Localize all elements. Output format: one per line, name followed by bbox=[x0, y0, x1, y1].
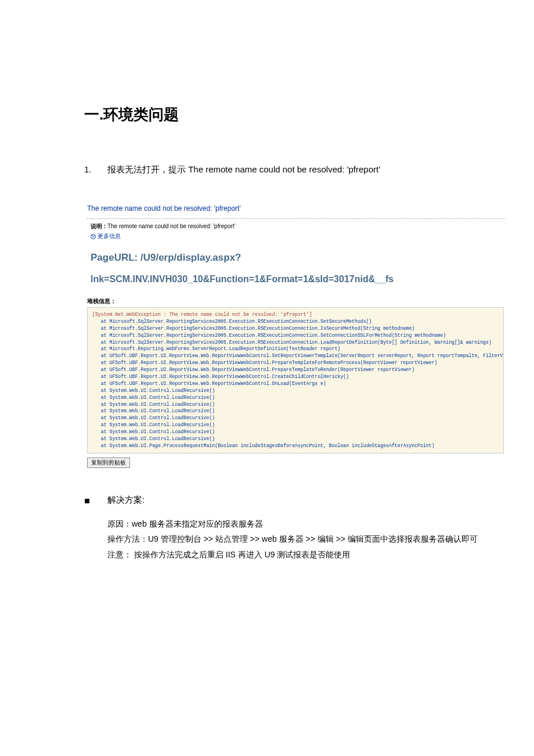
solution-note: 注意： 按操作方法完成之后重启 IIS 再进入 U9 测试报表是否能使用 bbox=[107, 547, 499, 563]
copy-to-clipboard-button[interactable]: 复制到剪贴板 bbox=[87, 458, 130, 468]
error-description-row: 说明 : The remote name could not be resolv… bbox=[91, 222, 505, 231]
desc-label: 说明 : bbox=[91, 223, 106, 229]
solution-reason: 原因：web 服务器未指定对应的报表服务器 bbox=[107, 516, 499, 532]
item-text: 报表无法打开，提示 The remote name could not be r… bbox=[107, 164, 380, 175]
square-bullet-icon: ◼ bbox=[84, 496, 107, 505]
stack-trace-box: [System.Net.WebException : The remote na… bbox=[87, 307, 504, 453]
solution-label: 解决方案: bbox=[107, 495, 145, 506]
desc-text: The remote name could not be resolved: '… bbox=[106, 223, 235, 229]
embedded-screenshot: The remote name could not be resolved: '… bbox=[87, 203, 505, 468]
doc-heading: 一.环境类问题 bbox=[84, 105, 499, 125]
solution-method: 操作方法：U9 管理控制台 >> 站点管理 >> web 服务器 >> 编辑 >… bbox=[107, 531, 499, 547]
more-info-link[interactable]: v 更多信息 bbox=[91, 232, 505, 240]
stack-top-line: [System.Net.WebException : The remote na… bbox=[92, 312, 312, 317]
divider bbox=[87, 218, 505, 219]
problem-item: 1. 报表无法打开，提示 The remote name could not b… bbox=[84, 164, 499, 175]
chevron-down-icon: v bbox=[91, 234, 96, 239]
lnk-line: lnk=SCM.INV.INVH030_10&Function=1&Format… bbox=[91, 274, 505, 285]
error-title: The remote name could not be resolved: '… bbox=[87, 203, 505, 218]
solution-section: ◼ 解决方案: 原因：web 服务器未指定对应的报表服务器 操作方法：U9 管理… bbox=[84, 495, 499, 563]
more-info-text: 更多信息 bbox=[98, 232, 121, 240]
stack-body: at Microsoft.SqlServer.ReportingServices… bbox=[92, 319, 504, 448]
item-number: 1. bbox=[84, 164, 107, 175]
page-url-line: PageURL: /U9/erp/display.aspx? bbox=[91, 252, 505, 264]
stack-label: 堆栈信息： bbox=[87, 297, 505, 305]
